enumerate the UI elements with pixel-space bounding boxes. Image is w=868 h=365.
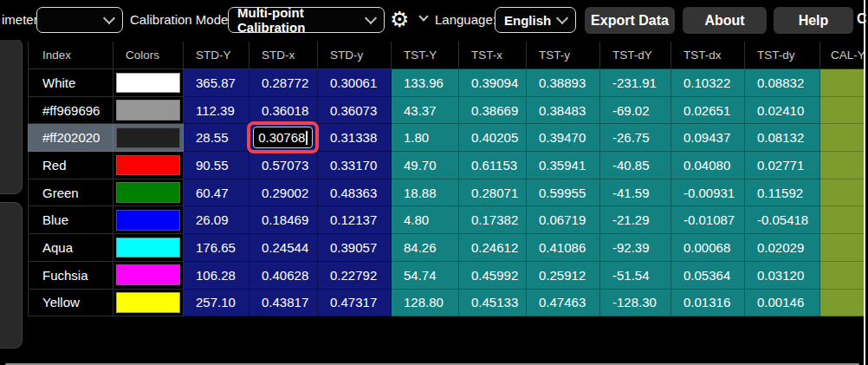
row-color-cell[interactable]: [113, 152, 184, 179]
cell-std-y[interactable]: 0.22792: [318, 262, 392, 290]
row-color-cell[interactable]: [113, 206, 184, 234]
cell-tst-dx[interactable]: 0.01316: [671, 290, 745, 317]
cell-tst-Y[interactable]: 84.26: [392, 234, 459, 262]
column-header-index[interactable]: Index: [28, 42, 113, 69]
cell-tst-dY[interactable]: -41.59: [600, 179, 671, 207]
cell-tst-dY[interactable]: -92.39: [600, 234, 671, 262]
cell-std-x[interactable]: 0.24544: [249, 234, 318, 262]
cell-cal-Y[interactable]: [820, 69, 865, 97]
table-row[interactable]: Yellow 257.10 0.43817 0.47317 128.80 0.4…: [28, 290, 865, 317]
cell-tst-dy[interactable]: 0.02410: [745, 97, 820, 125]
cell-tst-Y[interactable]: 49.70: [392, 152, 459, 179]
cell-tst-y[interactable]: 0.59955: [527, 179, 600, 207]
row-color-cell[interactable]: [113, 234, 184, 262]
cell-cal-Y[interactable]: [820, 152, 865, 179]
cell-cal-Y[interactable]: [820, 97, 865, 125]
row-color-cell[interactable]: [113, 124, 184, 152]
row-index-cell[interactable]: Aqua: [28, 234, 113, 262]
row-index-cell[interactable]: #ff202020: [28, 124, 113, 152]
cell-tst-x[interactable]: 0.39094: [459, 69, 527, 97]
cell-std-Y[interactable]: 112.39: [184, 97, 249, 125]
row-index-cell[interactable]: Blue: [28, 206, 113, 234]
cell-std-Y[interactable]: 106.28: [184, 262, 249, 290]
column-header-tst-Y[interactable]: TST-Y: [392, 42, 459, 69]
cell-tst-Y[interactable]: 1.80: [392, 124, 459, 152]
cell-tst-dY[interactable]: -128.30: [600, 290, 671, 317]
cell-tst-dy[interactable]: 0.08132: [745, 124, 820, 152]
colorimeter-select[interactable]: [36, 7, 123, 33]
cell-std-Y[interactable]: 26.09: [184, 206, 249, 234]
cell-tst-dY[interactable]: -231.91: [600, 69, 671, 97]
cell-tst-Y[interactable]: 128.80: [392, 290, 459, 317]
cell-edit-input[interactable]: 0.30768: [253, 127, 313, 148]
cell-std-Y[interactable]: 90.55: [184, 152, 249, 179]
cell-cal-Y[interactable]: [820, 290, 865, 317]
column-header-tst-dY[interactable]: TST-dY: [600, 42, 671, 69]
cell-tst-x[interactable]: 0.45133: [459, 290, 527, 317]
table-row[interactable]: White 365.87 0.28772 0.30061 133.96 0.39…: [28, 69, 865, 97]
calibration-mode-select[interactable]: Multi-point Calibration: [228, 7, 385, 33]
cell-tst-dy[interactable]: -0.05418: [745, 206, 820, 234]
column-header-std-x[interactable]: STD-x: [249, 42, 318, 69]
cell-tst-Y[interactable]: 18.88: [392, 179, 459, 207]
cell-tst-x[interactable]: 0.40205: [459, 124, 527, 152]
cell-tst-x[interactable]: 0.17382: [459, 206, 527, 234]
cell-tst-dx[interactable]: -0.01087: [671, 206, 745, 234]
cell-tst-x[interactable]: 0.24612: [459, 234, 527, 262]
column-header-cal-Y[interactable]: CAL-Y: [820, 42, 865, 69]
cell-std-x[interactable]: 0.18469: [249, 206, 318, 234]
cell-tst-dY[interactable]: -26.75: [600, 124, 671, 152]
cell-tst-dY[interactable]: -69.02: [600, 97, 671, 125]
cell-tst-x[interactable]: 0.45992: [459, 262, 527, 290]
table-row[interactable]: Fuchsia 106.28 0.40628 0.22792 54.74 0.4…: [28, 262, 865, 290]
cell-std-x[interactable]: 0.30768: [249, 124, 318, 152]
cell-std-x[interactable]: 0.57073: [249, 152, 318, 179]
help-button[interactable]: Help: [774, 7, 853, 34]
cell-tst-x[interactable]: 0.28071: [459, 179, 527, 207]
cell-tst-y[interactable]: 0.41086: [527, 234, 600, 262]
cell-tst-dY[interactable]: -51.54: [600, 262, 671, 290]
cell-std-y[interactable]: 0.33170: [318, 152, 392, 179]
row-index-cell[interactable]: White: [28, 69, 113, 97]
cell-std-y[interactable]: 0.36073: [318, 97, 392, 125]
cell-tst-Y[interactable]: 133.96: [392, 69, 459, 97]
cell-tst-dy[interactable]: 0.02029: [745, 234, 820, 262]
cell-std-Y[interactable]: 60.47: [184, 179, 249, 207]
cell-tst-y[interactable]: 0.47463: [527, 290, 600, 317]
cell-tst-dx[interactable]: 0.04080: [671, 152, 745, 179]
cell-tst-dy[interactable]: 0.08832: [745, 69, 820, 97]
row-color-cell[interactable]: [113, 290, 184, 317]
cell-std-y[interactable]: 0.30061: [318, 69, 392, 97]
cell-tst-x[interactable]: 0.61153: [459, 152, 527, 179]
row-color-cell[interactable]: [113, 97, 184, 125]
cell-tst-dx[interactable]: 0.09437: [671, 124, 745, 152]
cell-tst-dy[interactable]: 0.03120: [745, 262, 820, 290]
cell-tst-Y[interactable]: 43.37: [392, 97, 459, 125]
cell-tst-dY[interactable]: -40.85: [600, 152, 671, 179]
row-color-cell[interactable]: [113, 262, 184, 290]
cell-cal-Y[interactable]: [820, 234, 865, 262]
cell-std-Y[interactable]: 365.87: [184, 69, 249, 97]
cell-tst-Y[interactable]: 54.74: [392, 262, 459, 290]
cell-std-x[interactable]: 0.28772: [249, 69, 318, 97]
cell-tst-y[interactable]: 0.38893: [527, 69, 600, 97]
row-index-cell[interactable]: Green: [28, 179, 113, 207]
column-header-tst-x[interactable]: TST-x: [459, 42, 527, 69]
cell-tst-dx[interactable]: 0.02651: [671, 97, 745, 125]
column-header-tst-dy[interactable]: TST-dy: [745, 42, 820, 69]
row-index-cell[interactable]: #ff969696: [28, 97, 113, 125]
cell-tst-x[interactable]: 0.38669: [459, 97, 527, 125]
cell-tst-dy[interactable]: 0.11592: [745, 179, 820, 207]
table-row[interactable]: #ff969696 112.39 0.36018 0.36073 43.37 0…: [28, 97, 865, 125]
table-row[interactable]: Aqua 176.65 0.24544 0.39057 84.26 0.2461…: [28, 234, 865, 262]
cell-std-x[interactable]: 0.43817: [249, 290, 318, 317]
table-row[interactable]: Green 60.47 0.29002 0.48363 18.88 0.2807…: [28, 179, 865, 207]
cell-tst-dy[interactable]: 0.00146: [745, 290, 820, 317]
cell-std-Y[interactable]: 176.65: [184, 234, 249, 262]
cell-cal-Y[interactable]: [820, 206, 865, 234]
column-header-tst-dx[interactable]: TST-dx: [671, 42, 745, 69]
cell-tst-dx[interactable]: 0.05364: [671, 262, 745, 290]
cell-tst-Y[interactable]: 4.80: [392, 206, 459, 234]
cell-tst-dY[interactable]: -21.29: [600, 206, 671, 234]
cell-tst-dy[interactable]: 0.02771: [745, 152, 820, 179]
